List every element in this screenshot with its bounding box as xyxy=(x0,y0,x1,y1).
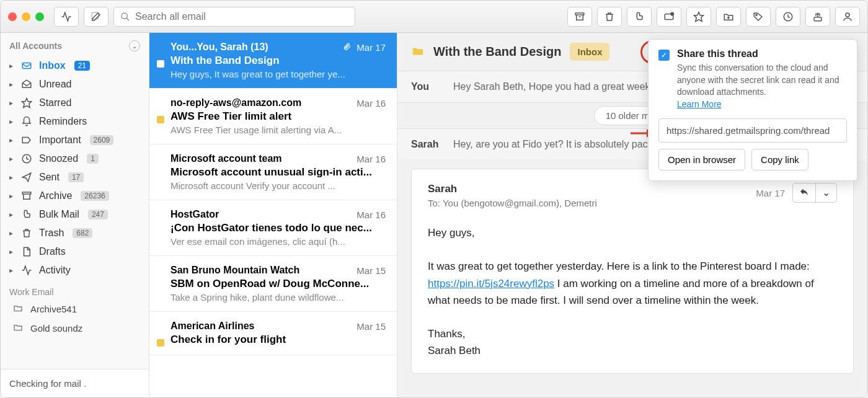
share-title: Share this thread xyxy=(677,48,847,60)
share-checkbox[interactable]: ✓ xyxy=(658,50,670,61)
folder-icon xyxy=(13,322,24,334)
svg-point-13 xyxy=(846,13,849,17)
sidebar-item-activity[interactable]: ▸Activity xyxy=(1,261,149,280)
attachment-icon xyxy=(343,42,352,51)
mark-unread-button[interactable] xyxy=(657,7,681,27)
sidebar-item-important[interactable]: ▸Important2609 xyxy=(1,131,149,149)
open-in-browser-button[interactable]: Open in browser xyxy=(658,149,745,170)
spam-button[interactable] xyxy=(627,7,652,27)
accounts-header[interactable]: All Accounts ⌄ xyxy=(1,33,149,56)
svg-rect-17 xyxy=(22,192,31,194)
svg-rect-12 xyxy=(814,17,822,20)
activity-icon[interactable] xyxy=(54,7,79,27)
thread-item[interactable]: San Bruno Mountain WatchMar 15 SBM on Op… xyxy=(149,256,397,312)
copy-link-button[interactable]: Copy link xyxy=(751,149,808,170)
message-body: Hey guys, It was great to get together y… xyxy=(428,224,837,360)
compose-button[interactable] xyxy=(84,7,108,27)
search-icon xyxy=(120,12,130,22)
sidebar-item-drafts[interactable]: ▸Drafts xyxy=(1,242,149,261)
sidebar-item-reminders[interactable]: ▸Reminders xyxy=(1,112,149,131)
share-popover: ✓ Share this thread Sync this conversati… xyxy=(648,39,857,181)
reply-dropdown-button[interactable]: ⌄ xyxy=(816,184,836,202)
svg-marker-7 xyxy=(694,12,704,21)
close-window-icon[interactable] xyxy=(8,12,17,21)
thread-marker-icon xyxy=(157,60,164,68)
star-icon xyxy=(20,97,33,108)
thread-item[interactable]: HostGatorMar 16 ¡Con HostGator tienes to… xyxy=(149,200,397,256)
sidebar-item-archive[interactable]: ▸Archive26236 xyxy=(1,187,149,205)
move-to-folder-button[interactable] xyxy=(716,7,741,27)
reply-button[interactable] xyxy=(793,184,816,202)
archive-button[interactable] xyxy=(567,7,592,27)
sidebar-item-snoozed[interactable]: ▸Snoozed1 xyxy=(1,149,149,168)
thread-marker-icon xyxy=(157,116,164,123)
activity-line-icon xyxy=(20,265,33,276)
reply-button-group: ⌄ xyxy=(792,183,837,203)
window-controls xyxy=(8,12,44,21)
thread-item[interactable]: You...You, Sarah (13)Mar 17 With the Ban… xyxy=(149,33,397,89)
search-input[interactable] xyxy=(135,11,348,22)
svg-point-10 xyxy=(756,14,757,15)
star-button[interactable] xyxy=(686,7,711,27)
message-to: To: You (bengotow@gmail.com), Demetri xyxy=(428,198,597,208)
document-icon xyxy=(20,246,33,257)
share-button[interactable] xyxy=(805,7,830,27)
thread-marker-icon xyxy=(157,339,164,347)
labels-button[interactable] xyxy=(746,7,771,27)
sidebar: All Accounts ⌄ ▸Inbox21 ▸Unread ▸Starred… xyxy=(1,33,149,397)
svg-point-6 xyxy=(671,12,674,15)
share-description: Sync this conversation to the cloud and … xyxy=(677,62,847,99)
sync-status: Checking for mail . xyxy=(1,369,149,397)
chevron-down-icon[interactable]: ⌄ xyxy=(129,40,140,51)
work-email-section: Work Email xyxy=(1,280,149,299)
share-url-field[interactable]: https://shared.getmailspring.com/thread xyxy=(658,118,847,143)
trash-button[interactable] xyxy=(597,7,622,27)
sidebar-folder-gold-soundz[interactable]: Gold soundz xyxy=(1,319,149,338)
sidebar-folder-archive541[interactable]: Archive541 xyxy=(1,299,149,319)
sidebar-item-starred[interactable]: ▸Starred xyxy=(1,94,149,112)
svg-rect-14 xyxy=(22,63,31,69)
search-box[interactable] xyxy=(113,7,355,27)
folder-icon xyxy=(411,44,425,60)
snooze-button[interactable] xyxy=(776,7,800,27)
inbox-icon xyxy=(20,60,33,71)
sidebar-item-trash[interactable]: ▸Trash682 xyxy=(1,224,149,242)
sidebar-item-sent[interactable]: ▸Sent17 xyxy=(1,168,149,187)
thread-item[interactable]: no-reply-aws@amazon.comMar 16 AWS Free T… xyxy=(149,89,397,144)
svg-rect-3 xyxy=(575,13,584,15)
trash-icon xyxy=(20,228,33,239)
thread-list: You...You, Sarah (13)Mar 17 With the Ban… xyxy=(149,33,397,397)
thread-item[interactable]: American AirlinesMar 15 Check in for you… xyxy=(149,312,397,355)
pinterest-link[interactable]: https://pin.it/5js24rewyfl2ps xyxy=(428,278,554,290)
svg-marker-15 xyxy=(22,99,32,108)
minimize-window-icon[interactable] xyxy=(22,12,30,21)
accounts-label: All Accounts xyxy=(9,41,62,51)
inbox-badge[interactable]: Inbox xyxy=(570,43,609,61)
message-sender: Sarah xyxy=(428,183,597,195)
thread-title: With the Band Design xyxy=(433,45,561,59)
bell-icon xyxy=(20,116,33,127)
toolbar xyxy=(1,1,867,33)
archive-icon xyxy=(20,190,33,201)
zoom-window-icon[interactable] xyxy=(35,12,44,21)
message-card: Sarah To: You (bengotow@gmail.com), Deme… xyxy=(411,169,854,374)
message-date: Mar 17 xyxy=(756,188,785,198)
envelope-open-icon xyxy=(20,79,33,90)
profile-button[interactable] xyxy=(835,7,860,27)
tag-icon xyxy=(20,135,33,146)
clock-icon xyxy=(20,153,33,164)
reader-pane: With the Band Design Inbox You Hey Sarah… xyxy=(397,33,867,397)
sidebar-item-bulk-mail[interactable]: ▸Bulk Mail247 xyxy=(1,205,149,224)
sidebar-item-unread[interactable]: ▸Unread xyxy=(1,75,149,94)
thumbs-down-icon xyxy=(20,209,33,220)
svg-point-1 xyxy=(122,13,127,19)
send-icon xyxy=(20,172,33,183)
thread-item[interactable]: Microsoft account teamMar 16 Microsoft a… xyxy=(149,144,397,200)
learn-more-link[interactable]: Learn More xyxy=(677,99,722,109)
sidebar-item-inbox[interactable]: ▸Inbox21 xyxy=(1,56,149,75)
svg-line-2 xyxy=(126,18,129,20)
folder-icon xyxy=(13,303,24,315)
